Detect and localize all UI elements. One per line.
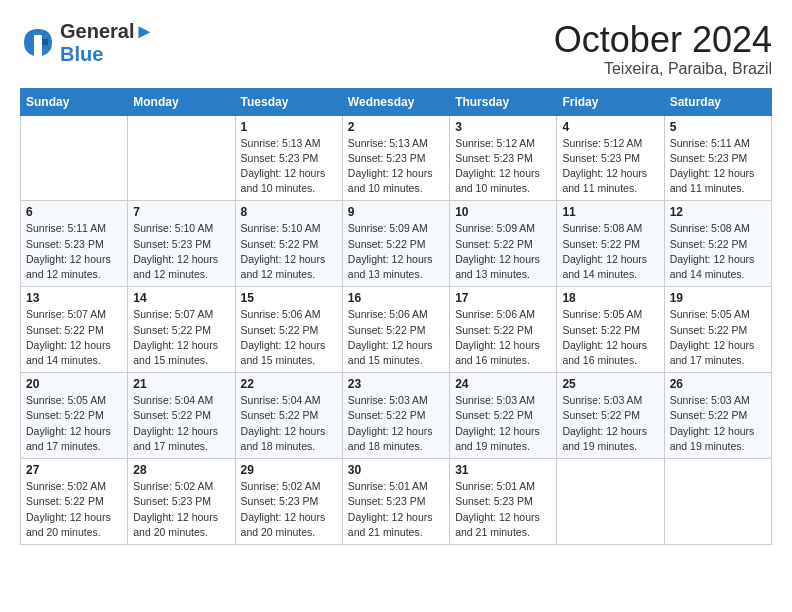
- calendar-cell: 15Sunrise: 5:06 AM Sunset: 5:22 PM Dayli…: [235, 287, 342, 373]
- day-info: Sunrise: 5:01 AM Sunset: 5:23 PM Dayligh…: [455, 479, 551, 540]
- day-number: 27: [26, 463, 122, 477]
- day-info: Sunrise: 5:06 AM Sunset: 5:22 PM Dayligh…: [241, 307, 337, 368]
- day-number: 2: [348, 120, 444, 134]
- calendar-cell: 26Sunrise: 5:03 AM Sunset: 5:22 PM Dayli…: [664, 373, 771, 459]
- weekday-header: Friday: [557, 88, 664, 115]
- calendar-cell: [557, 459, 664, 545]
- calendar-cell: 25Sunrise: 5:03 AM Sunset: 5:22 PM Dayli…: [557, 373, 664, 459]
- calendar-cell: 1Sunrise: 5:13 AM Sunset: 5:23 PM Daylig…: [235, 115, 342, 201]
- day-info: Sunrise: 5:03 AM Sunset: 5:22 PM Dayligh…: [348, 393, 444, 454]
- calendar-cell: 14Sunrise: 5:07 AM Sunset: 5:22 PM Dayli…: [128, 287, 235, 373]
- title-block: October 2024 Teixeira, Paraiba, Brazil: [554, 20, 772, 78]
- day-number: 9: [348, 205, 444, 219]
- logo-text: General► Blue: [60, 20, 154, 66]
- calendar-cell: 10Sunrise: 5:09 AM Sunset: 5:22 PM Dayli…: [450, 201, 557, 287]
- month-title: October 2024: [554, 20, 772, 60]
- day-number: 20: [26, 377, 122, 391]
- day-info: Sunrise: 5:11 AM Sunset: 5:23 PM Dayligh…: [670, 136, 766, 197]
- day-info: Sunrise: 5:13 AM Sunset: 5:23 PM Dayligh…: [348, 136, 444, 197]
- day-number: 6: [26, 205, 122, 219]
- calendar-cell: 30Sunrise: 5:01 AM Sunset: 5:23 PM Dayli…: [342, 459, 449, 545]
- calendar-cell: 19Sunrise: 5:05 AM Sunset: 5:22 PM Dayli…: [664, 287, 771, 373]
- logo-icon: [20, 25, 56, 61]
- day-number: 22: [241, 377, 337, 391]
- calendar-cell: [21, 115, 128, 201]
- calendar-cell: 8Sunrise: 5:10 AM Sunset: 5:22 PM Daylig…: [235, 201, 342, 287]
- day-number: 23: [348, 377, 444, 391]
- day-info: Sunrise: 5:08 AM Sunset: 5:22 PM Dayligh…: [670, 221, 766, 282]
- calendar-cell: 5Sunrise: 5:11 AM Sunset: 5:23 PM Daylig…: [664, 115, 771, 201]
- day-number: 18: [562, 291, 658, 305]
- calendar-cell: 23Sunrise: 5:03 AM Sunset: 5:22 PM Dayli…: [342, 373, 449, 459]
- calendar-cell: 22Sunrise: 5:04 AM Sunset: 5:22 PM Dayli…: [235, 373, 342, 459]
- day-info: Sunrise: 5:02 AM Sunset: 5:22 PM Dayligh…: [26, 479, 122, 540]
- day-info: Sunrise: 5:10 AM Sunset: 5:22 PM Dayligh…: [241, 221, 337, 282]
- day-number: 14: [133, 291, 229, 305]
- day-info: Sunrise: 5:07 AM Sunset: 5:22 PM Dayligh…: [26, 307, 122, 368]
- day-info: Sunrise: 5:08 AM Sunset: 5:22 PM Dayligh…: [562, 221, 658, 282]
- day-info: Sunrise: 5:10 AM Sunset: 5:23 PM Dayligh…: [133, 221, 229, 282]
- day-info: Sunrise: 5:03 AM Sunset: 5:22 PM Dayligh…: [455, 393, 551, 454]
- weekday-header: Monday: [128, 88, 235, 115]
- calendar-cell: 27Sunrise: 5:02 AM Sunset: 5:22 PM Dayli…: [21, 459, 128, 545]
- day-info: Sunrise: 5:02 AM Sunset: 5:23 PM Dayligh…: [133, 479, 229, 540]
- location: Teixeira, Paraiba, Brazil: [554, 60, 772, 78]
- calendar-cell: 13Sunrise: 5:07 AM Sunset: 5:22 PM Dayli…: [21, 287, 128, 373]
- day-info: Sunrise: 5:05 AM Sunset: 5:22 PM Dayligh…: [670, 307, 766, 368]
- day-number: 1: [241, 120, 337, 134]
- day-number: 10: [455, 205, 551, 219]
- day-number: 3: [455, 120, 551, 134]
- weekday-header: Tuesday: [235, 88, 342, 115]
- day-info: Sunrise: 5:12 AM Sunset: 5:23 PM Dayligh…: [562, 136, 658, 197]
- day-number: 21: [133, 377, 229, 391]
- calendar-cell: 9Sunrise: 5:09 AM Sunset: 5:22 PM Daylig…: [342, 201, 449, 287]
- calendar-cell: 6Sunrise: 5:11 AM Sunset: 5:23 PM Daylig…: [21, 201, 128, 287]
- calendar-cell: 3Sunrise: 5:12 AM Sunset: 5:23 PM Daylig…: [450, 115, 557, 201]
- day-number: 12: [670, 205, 766, 219]
- day-number: 13: [26, 291, 122, 305]
- day-info: Sunrise: 5:09 AM Sunset: 5:22 PM Dayligh…: [348, 221, 444, 282]
- day-info: Sunrise: 5:09 AM Sunset: 5:22 PM Dayligh…: [455, 221, 551, 282]
- day-info: Sunrise: 5:05 AM Sunset: 5:22 PM Dayligh…: [26, 393, 122, 454]
- calendar-cell: [664, 459, 771, 545]
- page-header: General► Blue October 2024 Teixeira, Par…: [20, 20, 772, 78]
- calendar-week-row: 27Sunrise: 5:02 AM Sunset: 5:22 PM Dayli…: [21, 459, 772, 545]
- day-number: 15: [241, 291, 337, 305]
- calendar-cell: 17Sunrise: 5:06 AM Sunset: 5:22 PM Dayli…: [450, 287, 557, 373]
- weekday-header: Wednesday: [342, 88, 449, 115]
- day-info: Sunrise: 5:12 AM Sunset: 5:23 PM Dayligh…: [455, 136, 551, 197]
- day-info: Sunrise: 5:03 AM Sunset: 5:22 PM Dayligh…: [562, 393, 658, 454]
- day-info: Sunrise: 5:13 AM Sunset: 5:23 PM Dayligh…: [241, 136, 337, 197]
- day-info: Sunrise: 5:05 AM Sunset: 5:22 PM Dayligh…: [562, 307, 658, 368]
- day-number: 25: [562, 377, 658, 391]
- day-info: Sunrise: 5:06 AM Sunset: 5:22 PM Dayligh…: [348, 307, 444, 368]
- day-info: Sunrise: 5:06 AM Sunset: 5:22 PM Dayligh…: [455, 307, 551, 368]
- day-info: Sunrise: 5:01 AM Sunset: 5:23 PM Dayligh…: [348, 479, 444, 540]
- calendar-cell: 31Sunrise: 5:01 AM Sunset: 5:23 PM Dayli…: [450, 459, 557, 545]
- day-number: 7: [133, 205, 229, 219]
- day-info: Sunrise: 5:11 AM Sunset: 5:23 PM Dayligh…: [26, 221, 122, 282]
- day-number: 29: [241, 463, 337, 477]
- calendar-week-row: 1Sunrise: 5:13 AM Sunset: 5:23 PM Daylig…: [21, 115, 772, 201]
- calendar-cell: 12Sunrise: 5:08 AM Sunset: 5:22 PM Dayli…: [664, 201, 771, 287]
- weekday-header: Sunday: [21, 88, 128, 115]
- day-number: 4: [562, 120, 658, 134]
- day-number: 24: [455, 377, 551, 391]
- calendar-table: SundayMondayTuesdayWednesdayThursdayFrid…: [20, 88, 772, 545]
- weekday-header-row: SundayMondayTuesdayWednesdayThursdayFrid…: [21, 88, 772, 115]
- day-number: 11: [562, 205, 658, 219]
- logo: General► Blue: [20, 20, 154, 66]
- day-info: Sunrise: 5:03 AM Sunset: 5:22 PM Dayligh…: [670, 393, 766, 454]
- day-number: 19: [670, 291, 766, 305]
- day-number: 16: [348, 291, 444, 305]
- weekday-header: Thursday: [450, 88, 557, 115]
- weekday-header: Saturday: [664, 88, 771, 115]
- calendar-cell: 20Sunrise: 5:05 AM Sunset: 5:22 PM Dayli…: [21, 373, 128, 459]
- calendar-cell: 24Sunrise: 5:03 AM Sunset: 5:22 PM Dayli…: [450, 373, 557, 459]
- day-number: 8: [241, 205, 337, 219]
- day-number: 5: [670, 120, 766, 134]
- day-info: Sunrise: 5:02 AM Sunset: 5:23 PM Dayligh…: [241, 479, 337, 540]
- calendar-cell: 29Sunrise: 5:02 AM Sunset: 5:23 PM Dayli…: [235, 459, 342, 545]
- calendar-cell: 7Sunrise: 5:10 AM Sunset: 5:23 PM Daylig…: [128, 201, 235, 287]
- day-info: Sunrise: 5:04 AM Sunset: 5:22 PM Dayligh…: [133, 393, 229, 454]
